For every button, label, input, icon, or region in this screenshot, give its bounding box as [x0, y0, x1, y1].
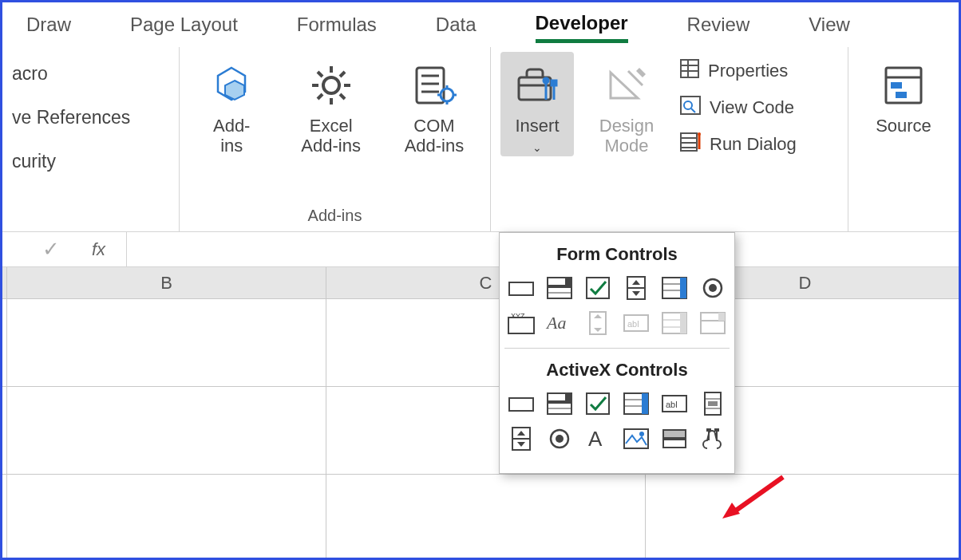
addins-button[interactable]: Add-ins: [189, 52, 274, 156]
toolbox-icon: [514, 57, 560, 114]
scrollbar-ax-icon[interactable]: [695, 388, 730, 419]
insert-control-button[interactable]: Insert⌄: [500, 52, 574, 156]
tab-page-layout[interactable]: Page Layout: [130, 14, 238, 41]
view-code-button[interactable]: View Code: [679, 95, 797, 120]
combobox-form-icon[interactable]: [542, 273, 577, 303]
svg-rect-67: [718, 313, 725, 321]
option-button-ax-icon[interactable]: [542, 424, 577, 454]
svg-point-29: [684, 101, 692, 109]
svg-rect-95: [706, 428, 711, 432]
listbox-form-icon[interactable]: [657, 273, 692, 303]
svg-line-6: [340, 94, 345, 99]
column-header-b[interactable]: B: [7, 267, 326, 298]
tab-developer[interactable]: Developer: [536, 12, 628, 43]
chevron-down-icon: ⌄: [532, 141, 542, 154]
svg-rect-9: [417, 68, 444, 103]
excel-addins-label-1: Excel: [310, 116, 353, 136]
column-header-row: B C D: [2, 267, 959, 299]
spin-button-ax-icon[interactable]: [504, 424, 539, 454]
cell[interactable]: [7, 299, 326, 386]
image-ax-icon[interactable]: [619, 424, 654, 454]
cell[interactable]: [7, 387, 326, 474]
svg-line-7: [340, 72, 345, 77]
form-controls-grid: XYZ Aa abl: [500, 271, 734, 348]
label-form-icon[interactable]: Aa: [542, 308, 577, 338]
com-addins-label-1: COM: [413, 116, 454, 136]
svg-rect-66: [701, 321, 725, 333]
combobox-ax-icon[interactable]: [542, 388, 577, 419]
form-controls-header: Form Controls: [500, 233, 734, 271]
addins-label-2: ins: [220, 136, 243, 156]
design-mode-button[interactable]: DesignMode: [588, 52, 665, 156]
source-label: Source: [876, 116, 931, 136]
svg-rect-75: [642, 393, 648, 414]
design-mode-label-2: Mode: [604, 136, 648, 156]
design-mode-label-1: Design: [599, 116, 654, 136]
svg-point-0: [323, 77, 339, 93]
svg-point-21: [544, 78, 548, 83]
svg-rect-46: [587, 278, 609, 298]
label-ax-icon[interactable]: A: [580, 424, 615, 454]
tab-review[interactable]: Review: [687, 14, 750, 41]
svg-rect-55: [508, 317, 534, 333]
record-macro-button[interactable]: acro: [12, 52, 169, 96]
fx-button[interactable]: fx: [71, 232, 127, 266]
textbox-ax-icon[interactable]: abl: [657, 388, 692, 419]
group-controls-label: [500, 222, 838, 230]
tab-data[interactable]: Data: [436, 14, 477, 41]
group-controls: Insert⌄ DesignMode Properties: [491, 47, 848, 231]
com-addins-icon: [410, 57, 458, 114]
ribbon: acro ve References curity Add-ins ExcelA…: [2, 47, 959, 232]
group-addins-label: Add-ins: [189, 203, 480, 230]
cell[interactable]: [326, 475, 646, 560]
insert-controls-dropdown: Form Controls XYZ Aa abl ActiveX Control…: [499, 232, 735, 474]
svg-line-5: [318, 72, 322, 77]
checkbox-ax-icon[interactable]: [580, 388, 615, 419]
listbox-ax-icon[interactable]: [619, 388, 654, 419]
command-button-ax-icon[interactable]: [504, 388, 539, 419]
toggle-button-ax-icon[interactable]: [657, 424, 692, 454]
button-form-icon[interactable]: [504, 273, 539, 303]
svg-rect-89: [624, 429, 648, 448]
svg-point-13: [441, 89, 453, 101]
checkbox-form-icon[interactable]: [580, 273, 615, 303]
formula-bar: ✓ fx: [2, 232, 959, 267]
relative-references-button[interactable]: ve References: [12, 96, 169, 140]
svg-rect-92: [663, 440, 686, 448]
source-button[interactable]: Source: [860, 52, 947, 136]
svg-rect-68: [509, 398, 533, 411]
svg-line-30: [691, 108, 695, 112]
addins-icon: [209, 57, 254, 114]
com-addins-button[interactable]: COMAdd-ins: [388, 52, 480, 156]
spinner-form-icon[interactable]: [619, 273, 654, 303]
formula-confirm-icon[interactable]: ✓: [31, 237, 71, 262]
svg-rect-41: [509, 282, 533, 295]
svg-rect-64: [680, 313, 686, 333]
run-dialog-label: Run Dialog: [710, 134, 797, 155]
scrollbar-form-icon: [580, 308, 615, 338]
svg-rect-39: [891, 82, 902, 89]
tab-draw[interactable]: Draw: [26, 14, 71, 41]
gear-icon: [309, 57, 354, 114]
group-addins: Add-ins ExcelAdd-ins COMAdd-ins Add-ins: [180, 47, 491, 231]
svg-rect-91: [663, 430, 686, 438]
svg-text:A: A: [588, 427, 603, 451]
excel-addins-button[interactable]: ExcelAdd-ins: [288, 52, 373, 156]
cell[interactable]: [646, 475, 961, 560]
svg-line-8: [318, 94, 322, 99]
group-xml: Source: [848, 47, 959, 231]
more-controls-ax-icon[interactable]: [695, 424, 730, 454]
properties-button[interactable]: Properties: [679, 58, 797, 84]
com-addins-label-2: Add-ins: [405, 136, 465, 156]
svg-text:abl: abl: [666, 400, 678, 409]
groupbox-form-icon[interactable]: XYZ: [504, 308, 539, 338]
run-dialog-button[interactable]: Run Dialog: [679, 132, 797, 157]
macro-security-button[interactable]: curity: [12, 140, 169, 183]
option-form-icon[interactable]: [695, 273, 730, 303]
svg-rect-24: [681, 60, 698, 77]
properties-icon: [679, 58, 700, 84]
cell[interactable]: [7, 475, 326, 560]
tab-formulas[interactable]: Formulas: [297, 14, 377, 41]
view-code-label: View Code: [710, 97, 794, 118]
tab-view[interactable]: View: [809, 14, 850, 41]
